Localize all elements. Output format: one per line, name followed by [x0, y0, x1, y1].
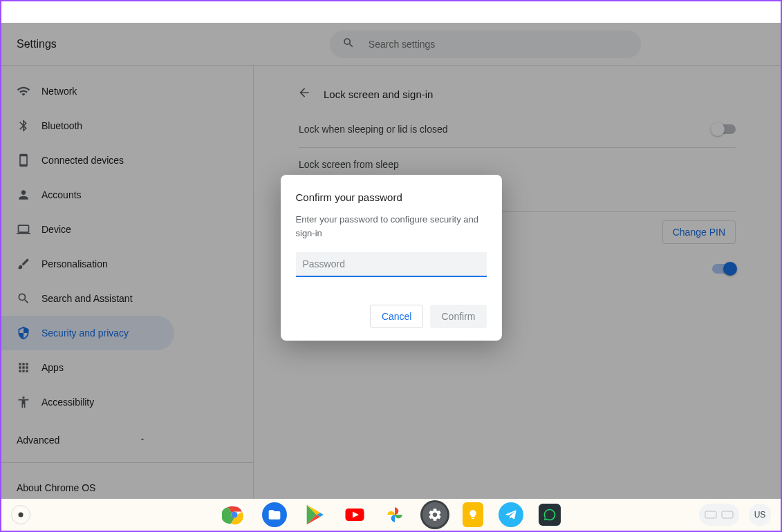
shelf: US [1, 499, 781, 531]
chrome-icon[interactable] [222, 502, 247, 527]
password-input[interactable] [296, 252, 487, 277]
svg-rect-5 [705, 511, 716, 518]
confirm-password-dialog: Confirm your password Enter your passwor… [281, 175, 502, 341]
settings-app: Settings Network Bluetooth Connected dev… [1, 23, 781, 502]
cancel-button[interactable]: Cancel [370, 305, 424, 328]
keep-icon[interactable] [463, 502, 483, 527]
dialog-title: Confirm your password [296, 191, 487, 203]
settings-icon[interactable] [422, 502, 447, 527]
whatsapp-icon[interactable] [539, 504, 561, 526]
youtube-icon[interactable] [342, 502, 367, 527]
modal-overlay: Confirm your password Enter your passwor… [1, 23, 781, 502]
ime-indicator[interactable]: US [749, 504, 771, 526]
photos-icon[interactable] [382, 502, 407, 527]
shelf-apps [222, 502, 561, 527]
launcher-button[interactable] [11, 505, 30, 524]
dialog-description: Enter your password to configure securit… [296, 213, 487, 240]
telegram-icon[interactable] [499, 502, 523, 527]
svg-point-0 [19, 513, 24, 517]
files-icon[interactable] [262, 502, 287, 527]
svg-point-3 [232, 512, 237, 517]
status-tray[interactable] [699, 504, 739, 526]
svg-rect-6 [722, 511, 733, 518]
confirm-button[interactable]: Confirm [430, 305, 486, 328]
play-store-icon[interactable] [302, 502, 327, 527]
